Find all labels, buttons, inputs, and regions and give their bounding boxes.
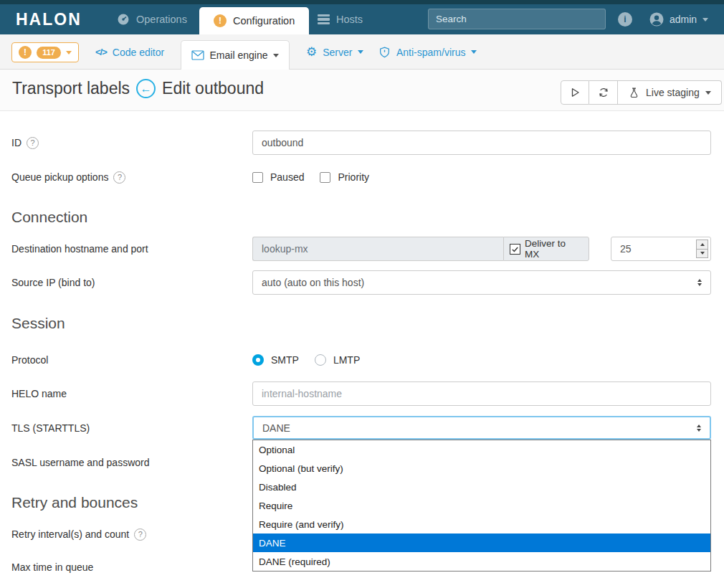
refresh-button[interactable] [589, 80, 618, 105]
session-section-header: Session [11, 315, 65, 332]
back-icon[interactable]: ← [136, 79, 156, 98]
live-staging-caret-icon [705, 91, 711, 95]
protocol-options: SMTP LMTP [252, 348, 360, 372]
port-number-input[interactable]: 25 [611, 237, 711, 261]
id-help-icon[interactable]: ? [27, 137, 39, 149]
stepper-up-icon[interactable] [697, 240, 708, 249]
priority-checkbox[interactable] [320, 172, 330, 183]
source-ip-label: Source IP (bind to) [11, 270, 95, 295]
paused-checkbox[interactable] [252, 172, 263, 183]
info-icon[interactable]: i [618, 12, 632, 27]
deliver-to-mx-checkbox[interactable] [510, 244, 520, 255]
max-time-label: Max time in queue [11, 555, 93, 579]
subnav-antispam[interactable]: Anti-spam/virus [378, 34, 477, 70]
protocol-label: Protocol [11, 348, 48, 372]
lmtp-radio[interactable] [315, 354, 326, 366]
queue-pickup-label: Queue pickup options ? [11, 165, 125, 189]
protocol-row: Protocol SMTP LMTP [0, 348, 724, 372]
server-caret-icon [358, 50, 363, 54]
user-caret-icon [702, 18, 708, 22]
page-title-suffix: Edit outbound [162, 79, 264, 98]
envelope-icon [191, 50, 204, 60]
retry-interval-label-text: Retry interval(s) and count [11, 528, 129, 540]
retry-interval-help-icon[interactable]: ? [134, 528, 146, 541]
deliver-to-mx-label[interactable]: Deliver to MX [525, 238, 583, 260]
page-header: Transport labels ← Edit outbound [0, 70, 724, 111]
antispam-label: Anti-spam/virus [396, 47, 465, 58]
config-alert-icon: ! [214, 14, 227, 27]
paused-label[interactable]: Paused [270, 171, 304, 183]
page-title-prefix: Transport labels [12, 79, 130, 98]
halon-configuration-app: HALON Operations ! Configuration Hosts i [0, 0, 724, 588]
check-icon [511, 245, 519, 253]
subnav-code-editor[interactable]: </> Code editor [95, 34, 164, 70]
warning-icon: ! [19, 46, 32, 59]
id-row: ID ? [0, 131, 724, 155]
helo-label: HELO name [11, 381, 67, 406]
tls-option-optional-verify[interactable]: Optional (but verify) [253, 459, 710, 478]
subnav-server[interactable]: ⚙ Server [306, 34, 363, 70]
id-label: ID ? [11, 131, 39, 155]
queue-pickup-help-icon[interactable]: ? [113, 171, 125, 184]
sasl-label: SASL username and password [11, 450, 149, 475]
source-ip-label-text: Source IP (bind to) [11, 277, 95, 288]
flask-icon [628, 87, 640, 99]
search-input[interactable] [428, 9, 606, 29]
antispam-caret-icon [471, 50, 477, 54]
config-subnav: ! 117 </> Code editor Email engine ⚙ Ser… [0, 34, 724, 70]
queue-pickup-options: Paused Priority [252, 165, 369, 189]
destination-label: Destination hostname and port [11, 237, 148, 261]
tls-option-require-verify[interactable]: Require (and verify) [253, 515, 710, 534]
retry-interval-label: Retry interval(s) and count ? [11, 522, 146, 546]
sasl-label-text: SASL username and password [11, 457, 149, 468]
run-button[interactable] [561, 80, 589, 105]
email-engine-label: Email engine [210, 49, 268, 61]
destination-row: Destination hostname and port lookup-mx … [0, 237, 724, 261]
warnings-dropdown-button[interactable]: ! 117 [11, 42, 79, 62]
email-engine-caret-icon [273, 54, 279, 57]
header-button-group: Live staging [561, 80, 722, 105]
warning-caret-icon [66, 51, 72, 54]
refresh-icon [597, 86, 610, 99]
live-staging-button[interactable]: Live staging [618, 80, 722, 105]
nav-operations-label: Operations [136, 14, 187, 25]
smtp-label[interactable]: SMTP [271, 354, 299, 366]
queue-pickup-label-text: Queue pickup options [11, 171, 108, 183]
source-ip-value: auto (auto on this host) [262, 277, 364, 288]
port-value: 25 [611, 243, 696, 255]
nav-item-hosts[interactable]: Hosts [318, 4, 363, 34]
tls-option-dane-required[interactable]: DANE (required) [253, 552, 710, 571]
helo-row: HELO name [0, 381, 724, 406]
tls-select[interactable]: DANE [252, 416, 711, 440]
nav-hosts-label: Hosts [336, 14, 363, 25]
subnav-tab-email-engine[interactable]: Email engine [181, 40, 290, 70]
id-input[interactable] [252, 131, 711, 155]
source-ip-select[interactable]: auto (auto on this host) [252, 270, 711, 295]
tls-option-disabled[interactable]: Disabled [253, 478, 710, 496]
nav-configuration-label: Configuration [233, 15, 295, 27]
tls-option-optional[interactable]: Optional [253, 440, 710, 459]
helo-input[interactable] [252, 381, 711, 406]
smtp-radio[interactable] [252, 354, 264, 366]
play-icon [568, 86, 581, 99]
port-stepper[interactable] [696, 240, 708, 258]
nav-item-operations[interactable]: Operations [117, 4, 187, 34]
user-menu[interactable]: admin [649, 4, 708, 34]
username-label: admin [670, 14, 697, 25]
priority-label[interactable]: Priority [338, 171, 369, 183]
tls-option-dane[interactable]: DANE [253, 534, 710, 552]
stepper-down-icon[interactable] [697, 249, 708, 258]
nav-tab-configuration[interactable]: ! Configuration [199, 7, 309, 34]
destination-input-group: lookup-mx Deliver to MX [252, 237, 589, 261]
halon-logo[interactable]: HALON [16, 10, 82, 29]
server-icon [318, 14, 330, 25]
lmtp-label[interactable]: LMTP [333, 354, 360, 366]
transport-edit-form: ID ? Queue pickup options ? Paused Prior… [0, 111, 724, 588]
protocol-label-text: Protocol [11, 354, 48, 366]
deliver-to-mx-addon: Deliver to MX [503, 237, 589, 261]
destination-hostname-input: lookup-mx [252, 237, 503, 261]
tls-option-require[interactable]: Require [253, 496, 710, 515]
helo-label-text: HELO name [11, 388, 67, 399]
code-icon: </> [95, 47, 107, 57]
queue-pickup-row: Queue pickup options ? Paused Priority [0, 165, 724, 189]
